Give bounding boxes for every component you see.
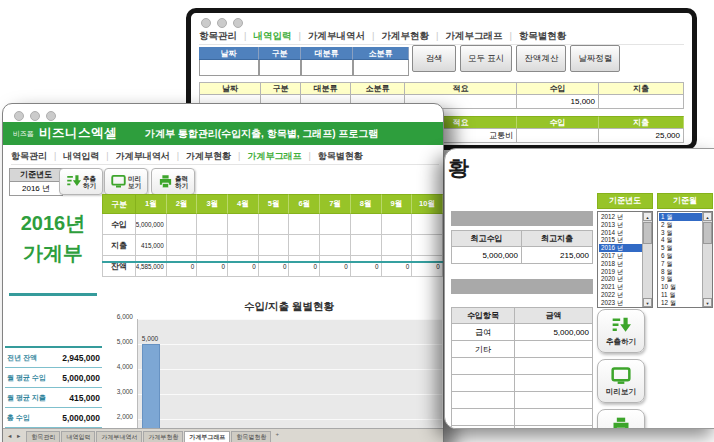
year-option[interactable]: 2017 년 xyxy=(599,252,642,260)
year-option[interactable]: 2013 년 xyxy=(599,221,642,229)
scrollbar-thumb[interactable] xyxy=(703,222,712,244)
month-list-scrollbar[interactable]: ▲ ▼ xyxy=(702,212,712,307)
sheet-tab[interactable]: 내역입력 xyxy=(61,431,95,442)
month-option[interactable]: 7 월 xyxy=(659,260,702,268)
sheet-tab[interactable]: 가계부그래프 xyxy=(184,431,230,442)
month-option[interactable]: 11 월 xyxy=(659,291,702,299)
search-type-input[interactable] xyxy=(259,60,301,76)
year-option[interactable]: 2021 년 xyxy=(599,283,642,291)
app-title: 가계부 통합관리(수입지출, 항목별, 그래프) 프로그램 xyxy=(145,127,378,141)
sheet-tab[interactable]: 가계부현황 xyxy=(143,431,183,442)
month-option[interactable]: 12 월 xyxy=(659,299,702,307)
year-option[interactable]: 2020 년 xyxy=(599,275,642,283)
month-option[interactable]: 6 월 xyxy=(659,252,702,260)
nav-tab[interactable]: 가계부현황 xyxy=(365,30,429,43)
search-action-button[interactable]: 잔액계산 xyxy=(516,45,566,72)
month-value-cell xyxy=(197,214,228,235)
search-date-input[interactable] xyxy=(199,60,259,76)
search-category-input[interactable] xyxy=(301,60,353,76)
search-action-button[interactable]: 검색 xyxy=(412,45,456,72)
nav-tab[interactable]: 항목별현황 xyxy=(502,30,566,43)
export-button[interactable]: 추출하기 xyxy=(597,309,645,353)
window-close-button[interactable] xyxy=(14,111,24,121)
scroll-up-icon[interactable]: ▲ xyxy=(703,212,712,221)
month-option[interactable]: 3 월 xyxy=(659,229,702,237)
month-option[interactable]: 1 월 xyxy=(659,213,702,221)
search-action-button[interactable]: 모두 표시 xyxy=(460,45,512,72)
sheet-tab[interactable]: 가계부내역서 xyxy=(96,431,142,442)
nav-tab[interactable]: 항목관리 xyxy=(199,30,237,43)
window-minimize-button[interactable] xyxy=(30,111,40,121)
scroll-down-icon[interactable]: ▼ xyxy=(643,298,652,307)
month-value-cell xyxy=(320,235,351,256)
income-items-table: 수입항목금액 급여 5,000,000 기타 xyxy=(451,307,593,429)
month-header-cell: 2월 xyxy=(167,194,198,214)
chart-title: 수입/지출 월별현황 xyxy=(137,300,441,314)
nav-tab[interactable]: 가계부내역서 xyxy=(99,150,169,163)
nav-tab[interactable]: 내역입력 xyxy=(237,30,291,43)
year-option[interactable]: 2018 년 xyxy=(599,260,642,268)
section-band xyxy=(451,211,593,226)
scroll-up-icon[interactable]: ▲ xyxy=(643,212,652,221)
nav-tab[interactable]: 항목관리 xyxy=(11,150,47,163)
window-zoom-button[interactable] xyxy=(233,18,243,28)
year-option[interactable]: 2019 년 xyxy=(599,268,642,276)
stat-label: 전년 잔액 xyxy=(7,353,37,363)
sheet-tab[interactable]: 항목별현황 xyxy=(231,431,271,442)
row-label: 지출 xyxy=(102,235,136,256)
print-button[interactable]: 출력하기 xyxy=(597,409,645,429)
year-option[interactable]: 2016 년 xyxy=(599,244,642,252)
nav-tab[interactable]: 가계부현황 xyxy=(170,150,231,163)
year-option[interactable]: 2022 년 xyxy=(599,291,642,299)
month-option[interactable]: 10 월 xyxy=(659,283,702,291)
month-option[interactable]: 8 월 xyxy=(659,268,702,276)
month-value-cell xyxy=(228,235,259,256)
nav-tab[interactable]: 가계부그래프 xyxy=(429,30,502,43)
preview-button[interactable]: 미리보기 xyxy=(597,359,645,403)
window-zoom-button[interactable] xyxy=(46,111,56,121)
search-subcategory-input[interactable] xyxy=(353,60,409,76)
window-controls xyxy=(14,111,56,121)
month-option[interactable]: 9 월 xyxy=(659,275,702,283)
nav-tab[interactable]: 내역입력 xyxy=(47,150,99,163)
sheet-nav-arrows-icon[interactable]: ◄ ► xyxy=(7,431,22,439)
entry-cell[interactable]: 15,000 xyxy=(517,95,599,109)
month-option[interactable]: 4 월 xyxy=(659,236,702,244)
year-option[interactable]: 2023 년 xyxy=(599,299,642,307)
entry-cell[interactable] xyxy=(599,95,684,109)
nav-tab[interactable]: 가계부내역서 xyxy=(291,30,364,43)
income-row xyxy=(451,392,593,409)
preview-button[interactable]: 미리보기 xyxy=(104,168,148,195)
entry-header-cell: 구분 xyxy=(261,82,301,95)
month-option[interactable]: 5 월 xyxy=(659,244,702,252)
scrollbar-thumb[interactable] xyxy=(643,222,652,244)
stat-row: 월 평균 지출 415,000 xyxy=(5,387,102,407)
month-value-cell: 0 xyxy=(320,256,351,277)
entry-header-cell: 대분류 xyxy=(301,82,351,95)
income-row xyxy=(451,409,593,426)
history-header-cell: 수입 xyxy=(517,116,599,129)
month-option[interactable]: 2 월 xyxy=(659,221,702,229)
print-button[interactable]: 출력하기 xyxy=(151,168,195,195)
income-header-cell: 수입항목 xyxy=(451,307,515,324)
preview-icon xyxy=(111,174,126,189)
year-option[interactable]: 2015 년 xyxy=(599,236,642,244)
export-button[interactable]: 추출하기 xyxy=(59,168,103,195)
base-year-value[interactable]: 2016 년 xyxy=(9,182,63,196)
month-value-cell: 0 xyxy=(167,256,198,277)
search-action-button[interactable]: 날짜정렬 xyxy=(570,45,620,72)
bar-data-label: 5,000 xyxy=(139,335,161,342)
income-amount-cell xyxy=(515,409,593,426)
year-list-scrollbar[interactable]: ▲ ▼ xyxy=(642,212,652,307)
nav-tab[interactable]: 항목별현황 xyxy=(301,150,362,163)
window-minimize-button[interactable] xyxy=(217,18,227,28)
window-close-button[interactable] xyxy=(201,18,211,28)
sheet-tab[interactable]: 항목관리 xyxy=(26,431,60,442)
nav-tab[interactable]: 가계부그래프 xyxy=(231,150,301,163)
year-option[interactable]: 2012 년 xyxy=(599,213,642,221)
export-icon xyxy=(66,174,81,189)
year-option[interactable]: 2014 년 xyxy=(599,229,642,237)
scroll-down-icon[interactable]: ▼ xyxy=(703,298,712,307)
add-sheet-icon[interactable]: + xyxy=(275,431,279,437)
month-value-cell xyxy=(382,235,413,256)
